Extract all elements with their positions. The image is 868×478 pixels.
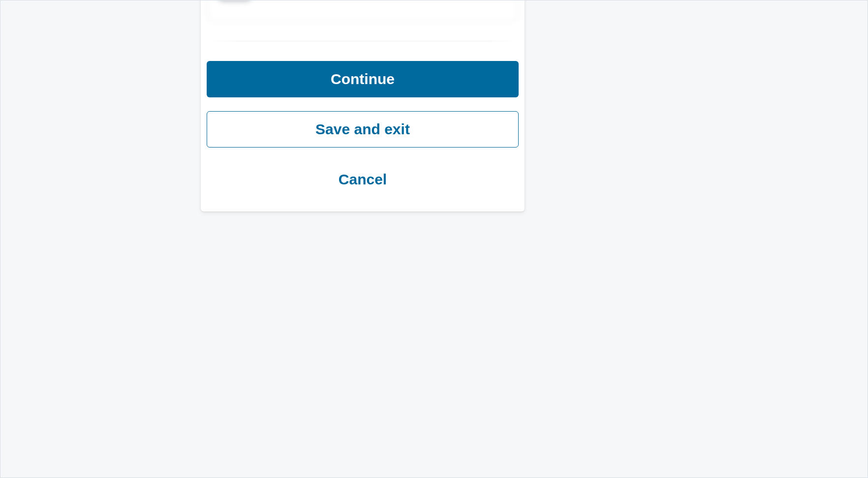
- continue-button[interactable]: Continue: [207, 61, 519, 97]
- cancel-button[interactable]: Cancel: [207, 161, 519, 198]
- blurred-input-field: [208, 0, 518, 21]
- dialog-card: Continue Save and exit Cancel: [201, 0, 525, 211]
- blurred-placeholder: [218, 0, 251, 1]
- save-and-exit-button[interactable]: Save and exit: [207, 111, 519, 148]
- dialog-actions: Continue Save and exit Cancel: [207, 41, 519, 198]
